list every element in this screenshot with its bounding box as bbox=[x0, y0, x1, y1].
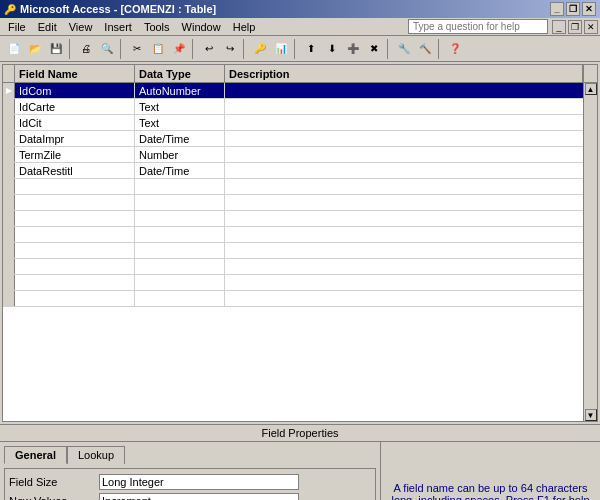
cell-datatype[interactable] bbox=[135, 227, 225, 242]
insert-row-button[interactable]: ➕ bbox=[343, 39, 363, 59]
prop-row-fieldsize: Field Size Long Integer bbox=[9, 473, 371, 491]
row-selector bbox=[3, 275, 15, 290]
cell-desc[interactable] bbox=[225, 83, 597, 98]
vertical-scrollbar[interactable]: ▲ ▼ bbox=[583, 83, 597, 421]
help-search-input[interactable] bbox=[408, 19, 548, 34]
cell-desc[interactable] bbox=[225, 195, 597, 210]
table-row[interactable]: DataRestitl Date/Time bbox=[3, 163, 597, 179]
cell-fieldname[interactable] bbox=[15, 291, 135, 306]
table-row[interactable] bbox=[3, 243, 597, 259]
cell-fieldname[interactable]: DataRestitl bbox=[15, 163, 135, 178]
cell-fieldname[interactable] bbox=[15, 211, 135, 226]
table-row[interactable]: IdCit Text bbox=[3, 115, 597, 131]
cell-datatype[interactable]: Date/Time bbox=[135, 163, 225, 178]
row-selector bbox=[3, 243, 15, 258]
cell-desc[interactable] bbox=[225, 259, 597, 274]
row-up-button[interactable]: ⬆ bbox=[301, 39, 321, 59]
menu-insert[interactable]: Insert bbox=[98, 20, 138, 34]
cell-fieldname[interactable]: DataImpr bbox=[15, 131, 135, 146]
cell-desc[interactable] bbox=[225, 227, 597, 242]
undo-button[interactable]: ↩ bbox=[199, 39, 219, 59]
menu-window[interactable]: Window bbox=[176, 20, 227, 34]
delete-row-button[interactable]: ✖ bbox=[364, 39, 384, 59]
cell-desc[interactable] bbox=[225, 115, 597, 130]
cell-desc[interactable] bbox=[225, 147, 597, 162]
cell-fieldname[interactable]: TermZile bbox=[15, 147, 135, 162]
cell-fieldname[interactable] bbox=[15, 259, 135, 274]
table-row[interactable]: IdCarte Text bbox=[3, 99, 597, 115]
cell-datatype[interactable]: Text bbox=[135, 99, 225, 114]
redo-button[interactable]: ↪ bbox=[220, 39, 240, 59]
print-button[interactable]: 🖨 bbox=[76, 39, 96, 59]
cell-fieldname[interactable] bbox=[15, 275, 135, 290]
help-button[interactable]: ❓ bbox=[445, 39, 465, 59]
cell-desc[interactable] bbox=[225, 211, 597, 226]
menu-help[interactable]: Help bbox=[227, 20, 262, 34]
new-button[interactable]: 📄 bbox=[4, 39, 24, 59]
prop-value-newvalues[interactable]: Increment bbox=[99, 493, 299, 500]
cell-datatype[interactable]: AutoNumber bbox=[135, 83, 225, 98]
menu-view[interactable]: View bbox=[63, 20, 99, 34]
table-row[interactable]: IdCom AutoNumber bbox=[3, 83, 597, 99]
cell-desc[interactable] bbox=[225, 275, 597, 290]
scroll-down-button[interactable]: ▼ bbox=[585, 409, 597, 421]
table-row[interactable] bbox=[3, 227, 597, 243]
cell-datatype[interactable] bbox=[135, 195, 225, 210]
table-row[interactable] bbox=[3, 291, 597, 307]
table-row[interactable] bbox=[3, 179, 597, 195]
copy-button[interactable]: 📋 bbox=[148, 39, 168, 59]
cell-datatype[interactable] bbox=[135, 211, 225, 226]
cell-desc[interactable] bbox=[225, 163, 597, 178]
cell-datatype[interactable]: Number bbox=[135, 147, 225, 162]
cell-desc[interactable] bbox=[225, 243, 597, 258]
primarykey-button[interactable]: 🔑 bbox=[250, 39, 270, 59]
properties-button[interactable]: 🔧 bbox=[394, 39, 414, 59]
cell-datatype[interactable]: Date/Time bbox=[135, 131, 225, 146]
restore-button[interactable]: ❐ bbox=[566, 2, 580, 16]
paste-button[interactable]: 📌 bbox=[169, 39, 189, 59]
table-row[interactable] bbox=[3, 195, 597, 211]
cell-datatype[interactable] bbox=[135, 179, 225, 194]
cell-desc[interactable] bbox=[225, 179, 597, 194]
menu-tools[interactable]: Tools bbox=[138, 20, 176, 34]
cell-desc[interactable] bbox=[225, 291, 597, 306]
inner-close-button[interactable]: ✕ bbox=[584, 20, 598, 34]
prop-value-fieldsize[interactable]: Long Integer bbox=[99, 474, 299, 490]
cell-datatype[interactable]: Text bbox=[135, 115, 225, 130]
close-button[interactable]: ✕ bbox=[582, 2, 596, 16]
tab-lookup[interactable]: Lookup bbox=[67, 446, 125, 464]
builder-button[interactable]: 🔨 bbox=[415, 39, 435, 59]
col-header-datatype: Data Type bbox=[135, 65, 225, 82]
minimize-button[interactable]: _ bbox=[550, 2, 564, 16]
cell-fieldname[interactable] bbox=[15, 243, 135, 258]
table-row[interactable]: TermZile Number bbox=[3, 147, 597, 163]
table-row[interactable] bbox=[3, 259, 597, 275]
index-button[interactable]: 📊 bbox=[271, 39, 291, 59]
print-preview-button[interactable]: 🔍 bbox=[97, 39, 117, 59]
cell-fieldname[interactable] bbox=[15, 179, 135, 194]
cell-desc[interactable] bbox=[225, 99, 597, 114]
cell-datatype[interactable] bbox=[135, 259, 225, 274]
cell-fieldname[interactable] bbox=[15, 195, 135, 210]
inner-minimize-button[interactable]: _ bbox=[552, 20, 566, 34]
inner-restore-button[interactable]: ❐ bbox=[568, 20, 582, 34]
cell-fieldname[interactable] bbox=[15, 227, 135, 242]
cell-datatype[interactable] bbox=[135, 291, 225, 306]
table-row[interactable]: DataImpr Date/Time bbox=[3, 131, 597, 147]
cell-desc[interactable] bbox=[225, 131, 597, 146]
cell-fieldname[interactable]: IdCit bbox=[15, 115, 135, 130]
table-row[interactable] bbox=[3, 275, 597, 291]
scroll-up-button[interactable]: ▲ bbox=[585, 83, 597, 95]
cell-datatype[interactable] bbox=[135, 275, 225, 290]
open-button[interactable]: 📂 bbox=[25, 39, 45, 59]
menu-edit[interactable]: Edit bbox=[32, 20, 63, 34]
row-down-button[interactable]: ⬇ bbox=[322, 39, 342, 59]
table-row[interactable] bbox=[3, 211, 597, 227]
menu-file[interactable]: File bbox=[2, 20, 32, 34]
cell-datatype[interactable] bbox=[135, 243, 225, 258]
tab-general[interactable]: General bbox=[4, 446, 67, 464]
cell-fieldname[interactable]: IdCom bbox=[15, 83, 135, 98]
cell-fieldname[interactable]: IdCarte bbox=[15, 99, 135, 114]
cut-button[interactable]: ✂ bbox=[127, 39, 147, 59]
save-button[interactable]: 💾 bbox=[46, 39, 66, 59]
